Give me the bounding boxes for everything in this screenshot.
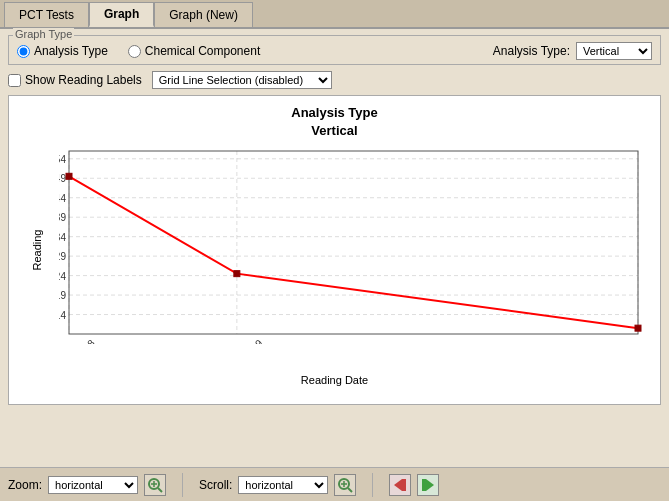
svg-text:0.124: 0.124 [59,271,66,282]
analysis-type-select[interactable]: Vertical Horizontal [576,42,652,60]
separator1 [182,473,183,497]
nav-back-btn[interactable] [389,474,411,496]
svg-text:0.114: 0.114 [59,310,66,321]
y-axis-label: Reading [31,230,43,271]
options-row: Show Reading Labels Grid Line Selection … [8,71,661,89]
show-reading-labels-checkbox[interactable] [8,74,21,87]
nav-section [389,474,439,496]
radio-analysis-type-label: Analysis Type [34,44,108,58]
main-content: Graph Type Analysis Type Chemical Compon… [0,29,669,501]
graph-type-container: Graph Type Analysis Type Chemical Compon… [8,35,661,65]
svg-rect-27 [635,325,641,331]
svg-text:0.134: 0.134 [59,232,66,243]
chart-title: Analysis Type Vertical [9,96,660,140]
scroll-label: Scroll: [199,478,232,492]
svg-rect-26 [234,271,240,277]
svg-line-33 [348,488,352,492]
grid-line-select[interactable]: Grid Line Selection (disabled) [152,71,332,89]
show-reading-labels-item[interactable]: Show Reading Labels [8,73,142,87]
tab-pct-tests[interactable]: PCT Tests [4,2,89,27]
radio-chemical-component[interactable]: Chemical Component [128,44,260,58]
tabs-bar: PCT Tests Graph Graph (New) [0,0,669,29]
zoom-section: Zoom: horizontal vertical both [8,474,166,496]
bottom-bar: Zoom: horizontal vertical both Scroll: h… [0,467,669,501]
zoom-label: Zoom: [8,478,42,492]
scroll-icon-btn[interactable] [334,474,356,496]
radio-chemical-component-input[interactable] [128,45,141,58]
x-axis-label: Reading Date [301,374,368,386]
chart-area: Analysis Type Vertical Reading Reading D… [8,95,661,405]
tab-graph-new[interactable]: Graph (New) [154,2,253,27]
chart-svg: 0.1540.1490.1440.1390.1340.1290.1240.119… [59,141,648,344]
scroll-section: Scroll: horizontal vertical both [199,474,356,496]
svg-marker-36 [394,479,402,491]
zoom-icon-btn[interactable] [144,474,166,496]
radio-analysis-type-input[interactable] [17,45,30,58]
svg-text:12/2/2008: 12/2/2008 [59,337,97,344]
svg-marker-38 [426,479,434,491]
graph-type-legend: Graph Type [13,28,74,40]
scroll-select[interactable]: horizontal vertical both [238,476,328,494]
svg-text:3/11/2009: 3/11/2009 [225,337,265,344]
svg-rect-25 [66,173,72,179]
svg-text:0.139: 0.139 [59,212,66,223]
show-reading-labels-label: Show Reading Labels [25,73,142,87]
separator2 [372,473,373,497]
zoom-select[interactable]: horizontal vertical both [48,476,138,494]
analysis-type-select-label: Analysis Type: [493,44,570,58]
svg-text:0.119: 0.119 [59,290,66,301]
tab-graph[interactable]: Graph [89,2,154,27]
svg-line-29 [158,488,162,492]
radio-group: Analysis Type Chemical Component Analysi… [17,42,652,60]
svg-text:0.144: 0.144 [59,193,66,204]
svg-text:0.154: 0.154 [59,154,66,165]
svg-rect-37 [402,479,406,491]
radio-chemical-component-label: Chemical Component [145,44,260,58]
svg-text:1/20/2010: 1/20/2010 [627,337,648,344]
svg-rect-39 [422,479,426,491]
radio-analysis-type[interactable]: Analysis Type [17,44,108,58]
svg-text:0.129: 0.129 [59,251,66,262]
analysis-type-select-group: Analysis Type: Vertical Horizontal [493,42,652,60]
nav-forward-btn[interactable] [417,474,439,496]
svg-text:0.149: 0.149 [59,173,66,184]
